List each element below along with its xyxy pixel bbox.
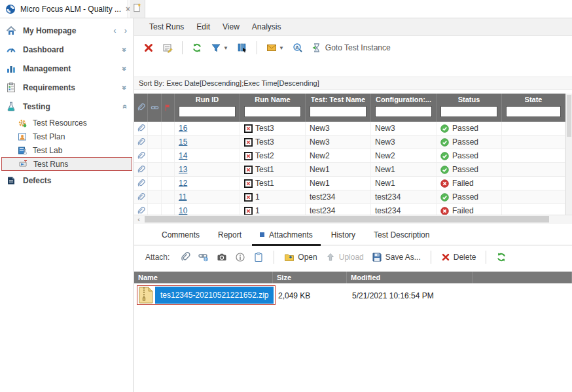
- refresh-attachments-button[interactable]: [496, 252, 507, 262]
- test-name-cell: New3: [306, 122, 371, 135]
- attachments-column-name[interactable]: Name: [134, 272, 273, 283]
- sidebar-item-dashboard[interactable]: Dashboard »: [0, 40, 134, 59]
- sidebar-item-defects[interactable]: Defects: [0, 171, 134, 190]
- alm-application: Micro Focus ALM - Quality ... × My Homep…: [0, 0, 572, 392]
- sort-by-bar: Sort By: Exec Date[Descending];Exec Time…: [134, 77, 572, 90]
- column-header-configuration[interactable]: Configuration:...: [371, 94, 437, 122]
- filter-input-run-name[interactable]: [244, 106, 301, 117]
- attachments-column-modified[interactable]: Modified: [347, 272, 473, 283]
- attachments-column-size[interactable]: Size: [273, 272, 347, 283]
- column-header-test-name[interactable]: Test: Test Name: [306, 94, 371, 122]
- upload-attachment-button[interactable]: Upload: [325, 252, 364, 262]
- save-as-button[interactable]: Save As...: [372, 252, 421, 262]
- tab-comments[interactable]: Comments: [152, 226, 209, 245]
- sidebar-item-management[interactable]: Management »: [0, 59, 134, 78]
- column-header-state[interactable]: State: [502, 94, 565, 122]
- test-run-row[interactable]: 13Test1New1New1Passed: [134, 163, 565, 177]
- flag-cell: [162, 204, 175, 215]
- filter-input-status[interactable]: [440, 106, 497, 117]
- run-id-link[interactable]: 13: [179, 165, 187, 174]
- expand-chevron-icon[interactable]: »: [120, 66, 130, 71]
- menu-view[interactable]: View: [223, 22, 240, 31]
- attachment-column-header[interactable]: [134, 94, 148, 122]
- refresh-button[interactable]: [190, 41, 204, 54]
- expand-chevron-icon[interactable]: »: [120, 85, 130, 90]
- collapse-chevron-icon[interactable]: »: [120, 104, 130, 109]
- test-run-row[interactable]: 15Test3New3New3Passed: [134, 135, 565, 149]
- menu-edit[interactable]: Edit: [196, 22, 210, 31]
- state-cell: [502, 177, 565, 190]
- horizontal-scrollbar[interactable]: ‹: [134, 215, 572, 224]
- sidebar-item-test-lab[interactable]: Test Lab: [0, 143, 134, 157]
- run-id-link[interactable]: 16: [179, 124, 187, 133]
- scrollbar-thumb[interactable]: [145, 216, 549, 223]
- nav-forward-icon[interactable]: ›: [124, 26, 127, 35]
- attachment-item-selected[interactable]: tes12345-20210521221652.zip: [137, 285, 276, 305]
- run-id-link[interactable]: 12: [179, 179, 187, 188]
- nav-back-icon[interactable]: ‹: [113, 26, 116, 35]
- attach-system-info-button[interactable]: [235, 252, 245, 262]
- filter-input-test-name[interactable]: [310, 106, 366, 117]
- attachment-row[interactable]: tes12345-20210521221652.zip2,049 KB5/21/…: [134, 283, 572, 308]
- attach-clipboard-button[interactable]: [253, 252, 264, 262]
- test-run-row[interactable]: 12Test1New1New1Failed: [134, 177, 565, 190]
- select-columns-button[interactable]: [236, 41, 249, 54]
- filter-input-configuration[interactable]: [375, 106, 432, 117]
- sidebar-item-test-runs[interactable]: Test Runs: [1, 157, 132, 171]
- window-tab[interactable]: Micro Focus ALM - Quality ... ×: [0, 0, 128, 18]
- filter-input-state[interactable]: [506, 106, 561, 117]
- test-run-row[interactable]: 101test234test234Failed: [134, 204, 565, 215]
- open-attachment-button[interactable]: Open: [284, 252, 317, 262]
- column-header-run-id[interactable]: Run ID: [175, 94, 240, 122]
- attach-url-button[interactable]: [198, 252, 209, 262]
- sidebar-item-my-homepage[interactable]: My Homepage ‹ ›: [0, 21, 134, 40]
- main-toolbar: ▼ ▼ A Goto Test Instance: [134, 36, 572, 60]
- vertical-scrollbar[interactable]: [565, 94, 572, 215]
- svg-text:A: A: [295, 45, 299, 50]
- run-id-link[interactable]: 10: [179, 206, 187, 215]
- tab-report[interactable]: Report: [209, 226, 251, 245]
- test-name-cell: New2: [306, 149, 371, 163]
- sidebar-item-test-plan[interactable]: Test Plan: [0, 130, 134, 143]
- delete-run-button[interactable]: [142, 41, 155, 54]
- management-icon: [6, 63, 16, 74]
- sidebar-item-test-resources[interactable]: Test Resources: [0, 116, 134, 130]
- menu-test-runs[interactable]: Test Runs: [149, 22, 184, 31]
- save-floppy-icon: [372, 252, 382, 262]
- flag-column-header[interactable]: [162, 94, 175, 122]
- tab-history[interactable]: History: [322, 226, 365, 245]
- tab-test-description[interactable]: Test Description: [365, 226, 438, 245]
- run-details-button[interactable]: [161, 41, 174, 54]
- delete-attachment-button[interactable]: Delete: [441, 253, 476, 262]
- clipboard-icon: [253, 252, 264, 262]
- upload-arrow-icon: [325, 252, 336, 262]
- test-run-row[interactable]: 111test234test234Passed: [134, 190, 565, 204]
- sidebar-item-testing[interactable]: Testing »: [0, 97, 134, 116]
- new-tab-button[interactable]: [130, 0, 145, 18]
- find-button[interactable]: A: [291, 41, 304, 54]
- column-header-status[interactable]: Status: [437, 94, 502, 122]
- sidebar-item-requirements[interactable]: Requirements »: [0, 78, 134, 97]
- run-id-link[interactable]: 11: [179, 192, 187, 202]
- run-id-link[interactable]: 14: [179, 151, 187, 160]
- column-header-run-name[interactable]: Run Name: [240, 94, 306, 122]
- scroll-left-arrow-icon[interactable]: ‹: [134, 215, 143, 223]
- tab-attachments[interactable]: Attachments: [251, 226, 322, 245]
- filter-button[interactable]: ▼: [209, 41, 230, 54]
- attach-file-button[interactable]: [180, 252, 190, 262]
- send-mail-button[interactable]: ▼: [265, 41, 285, 54]
- run-id-link[interactable]: 15: [179, 137, 187, 147]
- expand-chevron-icon[interactable]: »: [120, 47, 130, 52]
- menu-analysis[interactable]: Analysis: [252, 22, 281, 31]
- filter-input-run-id[interactable]: [179, 106, 236, 117]
- goto-test-instance-button[interactable]: Goto Test Instance: [310, 41, 392, 54]
- run-id-cell: 15: [175, 135, 240, 149]
- dropdown-caret-icon: ▼: [223, 45, 228, 51]
- run-name-cell: Test1: [240, 163, 306, 177]
- test-run-row[interactable]: 14Test2New2New2Passed: [134, 149, 565, 163]
- attach-snapshot-button[interactable]: [217, 252, 227, 262]
- test-run-row[interactable]: 16Test3New3New3Passed: [134, 122, 565, 135]
- scrollbar-thumb[interactable]: [567, 95, 571, 137]
- linked-column-header[interactable]: [148, 94, 162, 122]
- attachments-grid: Name Size Modified tes12345-202105212216…: [134, 272, 572, 392]
